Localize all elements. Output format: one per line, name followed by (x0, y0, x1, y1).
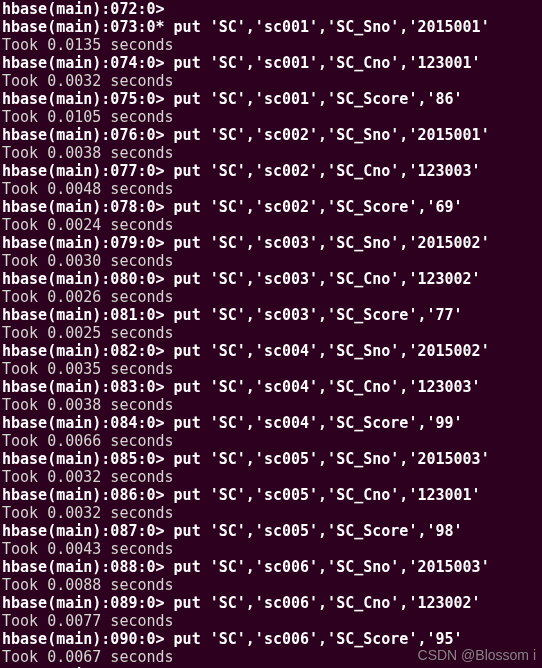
terminal-line: hbase(main):086:0> put 'SC','sc005','SC_… (2, 486, 540, 504)
terminal-line: Took 0.0025 seconds (2, 324, 540, 342)
terminal-line: Took 0.0024 seconds (2, 216, 540, 234)
terminal-line: hbase(main):078:0> put 'SC','sc002','SC_… (2, 198, 540, 216)
terminal-line: hbase(main):074:0> put 'SC','sc001','SC_… (2, 54, 540, 72)
terminal-line: hbase(main):085:0> put 'SC','sc005','SC_… (2, 450, 540, 468)
terminal-line: Took 0.0088 seconds (2, 576, 540, 594)
watermark: CSDN @Blossom i (418, 646, 536, 664)
terminal-line: Took 0.0026 seconds (2, 288, 540, 306)
terminal-line: hbase(main):082:0> put 'SC','sc004','SC_… (2, 342, 540, 360)
terminal-line: hbase(main):080:0> put 'SC','sc003','SC_… (2, 270, 540, 288)
terminal-line: hbase(main):076:0> put 'SC','sc002','SC_… (2, 126, 540, 144)
terminal-line: hbase(main):075:0> put 'SC','sc001','SC_… (2, 90, 540, 108)
terminal-line: Took 0.0077 seconds (2, 612, 540, 630)
terminal-line: hbase(main):088:0> put 'SC','sc006','SC_… (2, 558, 540, 576)
terminal-line: Took 0.0066 seconds (2, 432, 540, 450)
terminal-line: hbase(main):084:0> put 'SC','sc004','SC_… (2, 414, 540, 432)
terminal-line: Took 0.0038 seconds (2, 144, 540, 162)
terminal-line: hbase(main):087:0> put 'SC','sc005','SC_… (2, 522, 540, 540)
terminal-line: Took 0.0043 seconds (2, 540, 540, 558)
terminal-line: hbase(main):073:0* put 'SC','sc001','SC_… (2, 18, 540, 36)
terminal-line: Took 0.0038 seconds (2, 396, 540, 414)
terminal-line: hbase(main):081:0> put 'SC','sc003','SC_… (2, 306, 540, 324)
terminal-line: Took 0.0035 seconds (2, 360, 540, 378)
terminal-line: hbase(main):079:0> put 'SC','sc003','SC_… (2, 234, 540, 252)
terminal-line: Took 0.0048 seconds (2, 180, 540, 198)
terminal-line: Took 0.0105 seconds (2, 108, 540, 126)
terminal-line: Took 0.0032 seconds (2, 468, 540, 486)
terminal-line: hbase(main):089:0> put 'SC','sc006','SC_… (2, 594, 540, 612)
terminal-line: Took 0.0032 seconds (2, 504, 540, 522)
terminal-line: Took 0.0032 seconds (2, 72, 540, 90)
terminal-line: hbase(main):077:0> put 'SC','sc002','SC_… (2, 162, 540, 180)
terminal-line: Took 0.0030 seconds (2, 252, 540, 270)
terminal-line: hbase(main):072:0> (2, 0, 540, 18)
terminal-output[interactable]: hbase(main):072:0>hbase(main):073:0* put… (2, 0, 540, 668)
terminal-line: hbase(main):083:0> put 'SC','sc004','SC_… (2, 378, 540, 396)
terminal-line: Took 0.0135 seconds (2, 36, 540, 54)
